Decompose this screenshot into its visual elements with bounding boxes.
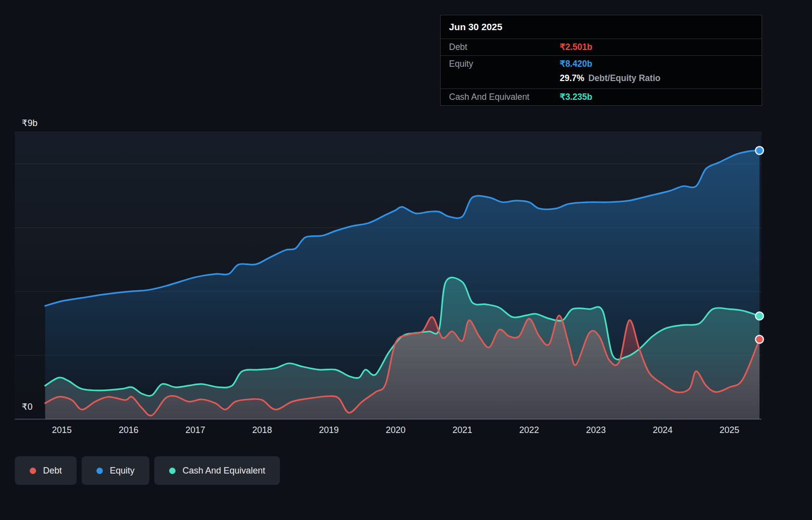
legend: Debt Equity Cash And Equivalent (15, 456, 280, 485)
x-axis-label: 2018 (252, 425, 272, 435)
tooltip: Jun 30 2025 Debt ₹2.501b Equity ₹8.420b … (440, 15, 762, 106)
legend-item-equity[interactable]: Equity (82, 456, 149, 485)
tooltip-equity-value: ₹8.420b (560, 59, 592, 69)
x-axis-label: 2020 (386, 425, 406, 435)
x-axis-label: 2023 (586, 425, 606, 435)
legend-item-cash[interactable]: Cash And Equivalent (154, 456, 280, 485)
y-axis-label-top: ₹9b (22, 118, 38, 129)
cash-end-marker (756, 312, 764, 320)
legend-item-debt[interactable]: Debt (15, 456, 77, 485)
legend-equity-label: Equity (110, 466, 135, 476)
tooltip-ratio-label: Debt/Equity Ratio (588, 73, 661, 84)
tooltip-cash-label: Cash And Equivalent (449, 92, 560, 102)
y-axis-label-bottom: ₹0 (22, 401, 33, 412)
legend-debt-label: Debt (43, 466, 62, 476)
tooltip-row-cash: Cash And Equivalent ₹3.235b (441, 88, 762, 105)
tooltip-row-equity: Equity ₹8.420b (441, 55, 762, 72)
x-axis-label: 2022 (519, 425, 539, 435)
x-axis: 2015201620172018201920202021202220232024… (0, 425, 812, 438)
x-axis-label: 2025 (720, 425, 739, 435)
x-axis-label: 2024 (653, 425, 673, 435)
tooltip-date: Jun 30 2025 (441, 15, 762, 39)
tooltip-equity-label: Equity (449, 59, 560, 69)
equity-dot-icon (96, 468, 103, 474)
debt-end-marker (756, 336, 764, 344)
cash-dot-icon (169, 468, 176, 474)
debt-dot-icon (30, 468, 36, 474)
x-axis-label: 2019 (319, 425, 339, 435)
x-axis-label: 2017 (185, 425, 205, 435)
equity-end-marker (756, 146, 764, 154)
legend-cash-label: Cash And Equivalent (182, 466, 265, 476)
tooltip-debt-value: ₹2.501b (560, 42, 592, 52)
tooltip-row-debt: Debt ₹2.501b (441, 39, 762, 55)
chart-panel: ₹9b ₹0 201520162017201820192020202120222… (0, 0, 812, 520)
tooltip-debt-label: Debt (449, 42, 560, 52)
tooltip-row-ratio: 29.7% Debt/Equity Ratio (441, 72, 762, 88)
x-axis-label: 2016 (119, 425, 138, 435)
tooltip-cash-value: ₹3.235b (560, 92, 592, 102)
x-axis-label: 2021 (452, 425, 472, 435)
x-axis-label: 2015 (52, 425, 72, 435)
tooltip-ratio-value: 29.7% (560, 73, 585, 84)
